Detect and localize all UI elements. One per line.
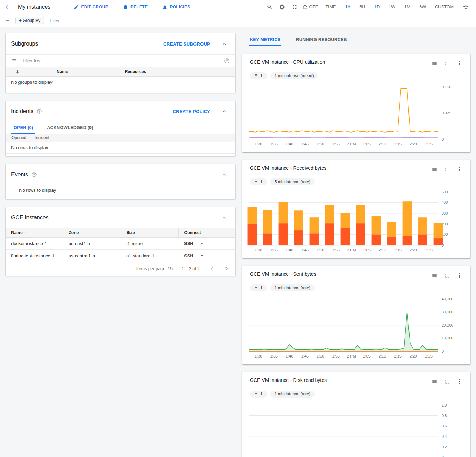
pagination-range: 1 – 2 of 2 [182,266,200,271]
ssh-options-caret[interactable] [199,241,205,246]
tab-open[interactable]: OPEN (0) [11,122,35,134]
time-range-6h[interactable]: 6H [356,5,368,9]
instances-pagination: Items per page: 15 1 – 2 of 2 [6,262,235,276]
time-range-1h[interactable]: 1H [341,5,354,9]
time-range-1d[interactable]: 1D [371,5,383,9]
policies-button[interactable]: POLICIES [160,4,192,10]
svg-text:1:50: 1:50 [317,354,324,358]
filter-chip[interactable]: 1 [250,284,267,291]
tab-acknowledged[interactable]: ACKNOWLEDGED (0) [45,122,95,134]
items-per-page-value[interactable]: 15 [168,266,173,271]
group-by-chip[interactable]: + Group By [15,17,44,24]
kebab-icon [457,60,463,66]
svg-text:2:15: 2:15 [394,248,402,252]
filter-chip[interactable]: 1 [250,178,267,185]
col-zone[interactable]: Zone [63,228,121,238]
filter-tree-input[interactable] [22,58,216,64]
chart-title: GCE VM Instance - Received bytes [250,165,326,171]
kebab-icon [457,378,463,385]
chevron-up-icon [221,215,228,221]
svg-text:2:10: 2:10 [379,248,386,252]
fullscreen-button[interactable] [289,2,300,12]
interval-chip[interactable]: 5 min interval (rate) [270,178,315,185]
refresh-off-label: OFF [309,5,318,9]
svg-text:1:40: 1:40 [286,354,293,358]
chart-more-button[interactable] [454,270,465,281]
svg-text:1:30: 1:30 [255,142,262,146]
chart-more-button[interactable] [454,376,465,387]
tab-running-resources[interactable]: RUNNING RESOURCES [295,33,348,46]
svg-text:2:25: 2:25 [425,142,433,146]
create-subgroup-button[interactable]: CREATE SUBGROUP [161,41,212,47]
expand-chart-button[interactable] [442,270,452,281]
time-range-1w[interactable]: 1W [385,5,399,9]
interval-chip[interactable]: 1 min interval (rate) [270,284,315,291]
expand-chart-button[interactable] [442,164,452,175]
next-page-button[interactable] [223,266,230,272]
instances-collapse-button[interactable] [219,213,230,223]
filter-chip[interactable]: 1 [250,72,267,79]
help-icon[interactable] [224,58,230,64]
delete-button[interactable]: DELETE [121,4,150,10]
incidents-table-header: Opened Incident [6,134,235,142]
legend-toggle-button[interactable] [429,58,440,69]
funnel-icon [254,392,258,396]
auto-refresh-toggle[interactable]: OFF [302,4,318,10]
filter-chip-count: 1 [260,392,263,396]
funnel-icon [254,286,258,290]
chart-more-button[interactable] [454,58,465,69]
expand-chart-button[interactable] [442,58,452,69]
favorite-button[interactable] [461,2,471,12]
interval-chip-label: 1 min interval (rate) [275,286,310,290]
filter-list-icon [4,17,10,24]
edit-group-label: EDIT GROUP [81,5,108,9]
svg-text:2 PM: 2 PM [347,248,356,252]
col-name[interactable]: Name [6,228,63,238]
svg-text:2:10: 2:10 [379,142,386,146]
events-collapse-button[interactable] [219,169,230,180]
legend-toggle-button[interactable] [429,270,440,281]
help-icon[interactable] [37,109,42,114]
settings-button[interactable] [277,2,287,12]
help-icon[interactable] [31,172,37,177]
incidents-title: Incidents [11,108,33,114]
filter-chip[interactable]: 1 [250,391,267,398]
svg-text:1:45: 1:45 [301,354,309,358]
ssh-options-caret[interactable] [199,253,205,258]
svg-text:0.2: 0.2 [442,445,447,449]
svg-text:0.075: 0.075 [442,111,451,115]
interval-chip[interactable]: 1 min interval (mean) [270,72,318,79]
back-button[interactable] [3,2,13,12]
expand-chart-button[interactable] [442,376,452,387]
svg-text:30,000: 30,000 [442,310,453,314]
legend-icon [431,60,438,66]
col-size[interactable]: Size [121,228,178,238]
time-range-1m[interactable]: 1M [401,5,414,9]
time-range-custom[interactable]: CUSTOM [431,5,459,9]
subgroups-table-header: Name Resources [6,67,235,77]
legend-toggle-button[interactable] [429,376,440,387]
search-button[interactable] [264,2,275,12]
svg-text:0: 0 [442,137,444,141]
ssh-button[interactable]: SSH [184,241,193,246]
chart-more-button[interactable] [454,164,465,175]
filter-input[interactable] [49,18,472,24]
subgroups-collapse-button[interactable] [219,39,230,49]
legend-toggle-button[interactable] [429,164,440,175]
create-policy-button[interactable]: CREATE POLICY [170,109,212,114]
sent-bytes-chart: 010,00020,00030,00040,0001:301:351:401:4… [248,294,458,362]
incidents-collapse-button[interactable] [219,106,230,117]
policies-label: POLICIES [170,5,190,9]
svg-text:1:35: 1:35 [270,142,278,146]
expand-icon [444,273,450,279]
svg-text:10,000: 10,000 [442,336,453,340]
prev-page-button[interactable] [209,266,215,272]
ssh-button[interactable]: SSH [184,253,193,258]
pencil-icon [73,5,79,10]
edit-group-button[interactable]: EDIT GROUP [71,4,110,10]
sort-down-icon[interactable] [15,69,20,74]
interval-chip[interactable]: 1 min interval (rate) [270,391,315,398]
page-title: My instances [18,4,50,10]
time-range-6w[interactable]: 6W [416,5,429,9]
tab-key-metrics[interactable]: KEY METRICS [249,33,281,46]
